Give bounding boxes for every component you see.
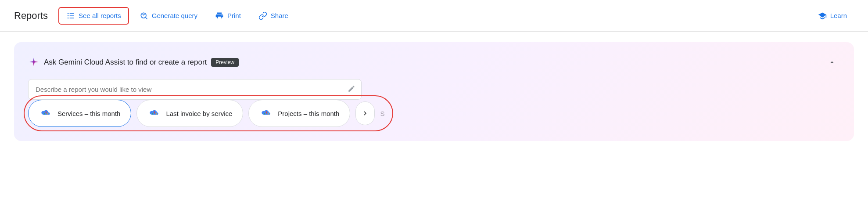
quick-action-label-2: Projects – this month [278, 110, 339, 117]
gemini-panel-title: Ask Gemini Cloud Assist to find or creat… [44, 58, 207, 67]
quick-action-label-1: Last invoice by service [166, 110, 232, 117]
print-label: Print [227, 12, 241, 19]
see-all-reports-label: See all reports [79, 12, 121, 19]
share-icon [258, 11, 267, 20]
quick-actions-overflow: S [380, 110, 389, 117]
svg-point-10 [44, 113, 45, 115]
svg-point-14 [264, 113, 265, 115]
svg-point-8 [143, 15, 144, 16]
page-title: Reports [14, 10, 48, 22]
preview-badge: Preview [211, 58, 239, 67]
see-all-reports-button[interactable]: See all reports [58, 7, 129, 25]
google-cloud-logo-1 [39, 106, 53, 120]
gemini-search-input[interactable] [28, 79, 362, 100]
svg-point-13 [268, 113, 269, 115]
quick-action-services-month[interactable]: Services – this month [28, 100, 131, 127]
learn-label: Learn [830, 12, 847, 19]
svg-rect-5 [70, 18, 74, 18]
generate-query-icon [140, 11, 148, 20]
google-cloud-logo-3 [259, 106, 273, 120]
share-button[interactable]: Share [251, 8, 295, 24]
generate-query-button[interactable]: Generate query [133, 8, 204, 24]
gemini-input-wrap [28, 79, 362, 100]
svg-rect-1 [70, 13, 74, 14]
learn-button[interactable]: Learn [811, 8, 854, 24]
svg-rect-0 [68, 13, 69, 14]
google-cloud-logo-2 [147, 106, 161, 120]
svg-point-12 [152, 113, 154, 115]
quick-action-projects-month[interactable]: Projects – this month [248, 100, 350, 127]
quick-actions-next-button[interactable] [355, 101, 375, 125]
print-button[interactable]: Print [208, 8, 248, 24]
svg-rect-4 [68, 18, 69, 18]
svg-rect-2 [68, 15, 69, 16]
collapse-button[interactable] [824, 54, 840, 70]
gemini-title-row: Ask Gemini Cloud Assist to find or creat… [28, 57, 239, 68]
quick-action-last-invoice[interactable]: Last invoice by service [136, 100, 243, 127]
svg-line-7 [146, 17, 147, 19]
gemini-header: Ask Gemini Cloud Assist to find or creat… [28, 54, 840, 70]
svg-point-11 [156, 113, 157, 115]
gemini-edit-icon [348, 85, 355, 94]
generate-query-label: Generate query [152, 12, 197, 19]
svg-point-9 [47, 113, 49, 115]
list-icon [66, 11, 75, 20]
quick-actions-container: Services – this month Last invoice by se… [28, 100, 389, 127]
share-label: Share [271, 12, 288, 19]
sparkle-icon [28, 57, 39, 68]
quick-action-label-0: Services – this month [57, 110, 120, 117]
toolbar: Reports See all reports Generate query [0, 0, 868, 32]
svg-rect-3 [70, 15, 74, 16]
gemini-panel: Ask Gemini Cloud Assist to find or creat… [14, 42, 854, 141]
learn-icon [818, 11, 827, 20]
print-icon [215, 11, 224, 20]
